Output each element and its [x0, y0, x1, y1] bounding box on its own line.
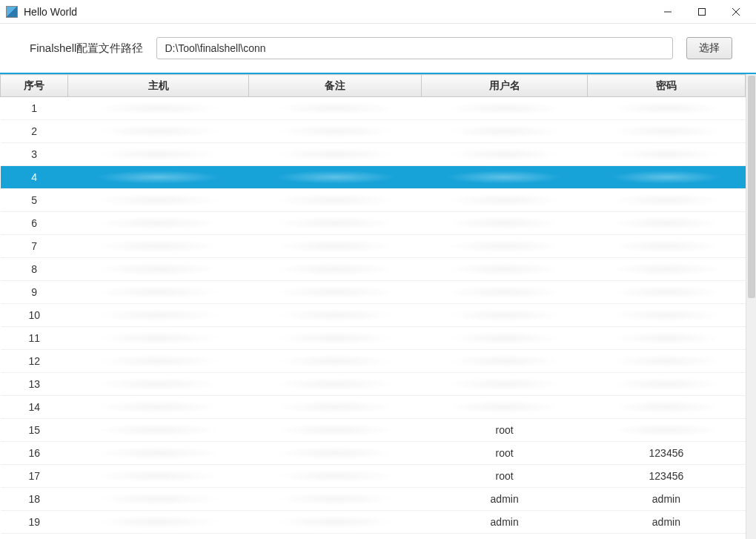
- table-row[interactable]: 9: [1, 281, 746, 304]
- choose-button[interactable]: 选择: [686, 37, 732, 59]
- table-row[interactable]: 10: [1, 304, 746, 327]
- table-scroll: 序号 主机 备注 用户名 密码 123456789101112131415roo…: [0, 74, 746, 539]
- table-row[interactable]: 3: [1, 143, 746, 166]
- cell-host: [68, 120, 249, 143]
- cell-host: [68, 281, 249, 304]
- cell-pass: 123456: [587, 442, 745, 465]
- redacted-content: [275, 308, 396, 322]
- vertical-scrollbar[interactable]: [746, 74, 756, 539]
- close-button[interactable]: [719, 1, 753, 23]
- data-table[interactable]: 序号 主机 备注 用户名 密码 123456789101112131415roo…: [0, 74, 746, 534]
- redacted-content: [446, 102, 562, 115]
- table-row[interactable]: 1: [1, 97, 746, 120]
- col-header-seq[interactable]: 序号: [1, 75, 68, 97]
- cell-user: [422, 97, 587, 120]
- cell-note: [248, 258, 421, 281]
- cell-note: [248, 304, 421, 327]
- table-row[interactable]: 13: [1, 373, 746, 396]
- col-header-note[interactable]: 备注: [248, 75, 421, 97]
- cell-seq: 12: [1, 350, 68, 373]
- redacted-content: [611, 216, 721, 230]
- table-row[interactable]: 11: [1, 327, 746, 350]
- redacted-content: [95, 262, 222, 276]
- cell-host: [68, 258, 249, 281]
- cell-user: admin: [422, 488, 587, 511]
- cell-user: [422, 350, 587, 373]
- cell-host: [68, 97, 249, 120]
- redacted-content: [446, 171, 562, 184]
- cell-user: root: [422, 442, 587, 465]
- cell-note: [248, 235, 421, 258]
- minimize-button[interactable]: [651, 1, 685, 23]
- table-row[interactable]: 12: [1, 350, 746, 373]
- cell-user: [422, 143, 587, 166]
- cell-note: [248, 120, 421, 143]
- redacted-content: [446, 285, 562, 299]
- redacted-content: [611, 400, 721, 414]
- minimize-icon: [664, 8, 672, 16]
- cell-note: [248, 166, 421, 189]
- redacted-content: [446, 377, 562, 391]
- redacted-content: [95, 423, 222, 437]
- table-row[interactable]: 7: [1, 235, 746, 258]
- redacted-content: [446, 239, 562, 253]
- scrollbar-thumb[interactable]: [748, 76, 755, 298]
- maximize-button[interactable]: [685, 1, 719, 23]
- cell-pass: [587, 143, 745, 166]
- cell-note: [248, 396, 421, 419]
- table-row[interactable]: 4: [1, 166, 746, 189]
- cell-host: [68, 373, 249, 396]
- table-row[interactable]: 17root123456: [1, 465, 746, 488]
- table-row[interactable]: 19adminadmin: [1, 511, 746, 534]
- cell-host: [68, 235, 249, 258]
- redacted-content: [275, 102, 396, 115]
- redacted-content: [275, 469, 396, 483]
- cell-user: [422, 235, 587, 258]
- redacted-content: [611, 102, 721, 115]
- cell-pass: [587, 419, 745, 442]
- redacted-content: [275, 262, 396, 276]
- cell-seq: 10: [1, 304, 68, 327]
- table-row[interactable]: 14: [1, 396, 746, 419]
- table-row[interactable]: 16root123456: [1, 442, 746, 465]
- cell-host: [68, 143, 249, 166]
- redacted-content: [275, 239, 396, 253]
- redacted-content: [611, 194, 721, 207]
- cell-seq: 15: [1, 419, 68, 442]
- path-input[interactable]: [156, 37, 673, 59]
- redacted-content: [275, 400, 396, 414]
- redacted-content: [275, 194, 396, 207]
- cell-note: [248, 442, 421, 465]
- cell-host: [68, 304, 249, 327]
- cell-user: [422, 258, 587, 281]
- redacted-content: [95, 148, 222, 161]
- table-row[interactable]: 2: [1, 120, 746, 143]
- cell-user: [422, 212, 587, 235]
- cell-user: root: [422, 419, 587, 442]
- col-header-user[interactable]: 用户名: [422, 75, 587, 97]
- col-header-host[interactable]: 主机: [68, 75, 249, 97]
- cell-note: [248, 419, 421, 442]
- cell-pass: [587, 373, 745, 396]
- cell-user: [422, 189, 587, 212]
- redacted-content: [275, 331, 396, 345]
- cell-user: admin: [422, 511, 587, 534]
- redacted-content: [275, 492, 396, 506]
- col-header-pass[interactable]: 密码: [587, 75, 745, 97]
- cell-pass: [587, 97, 745, 120]
- cell-seq: 4: [1, 166, 68, 189]
- redacted-content: [446, 125, 562, 138]
- cell-pass: admin: [587, 488, 745, 511]
- table-row[interactable]: 8: [1, 258, 746, 281]
- redacted-content: [275, 354, 396, 368]
- table-row[interactable]: 5: [1, 189, 746, 212]
- redacted-content: [275, 285, 396, 299]
- cell-host: [68, 327, 249, 350]
- table-row[interactable]: 6: [1, 212, 746, 235]
- redacted-content: [611, 285, 721, 299]
- redacted-content: [446, 194, 562, 207]
- svg-rect-1: [699, 8, 706, 15]
- table-row[interactable]: 18adminadmin: [1, 488, 746, 511]
- table-row[interactable]: 15root: [1, 419, 746, 442]
- cell-note: [248, 465, 421, 488]
